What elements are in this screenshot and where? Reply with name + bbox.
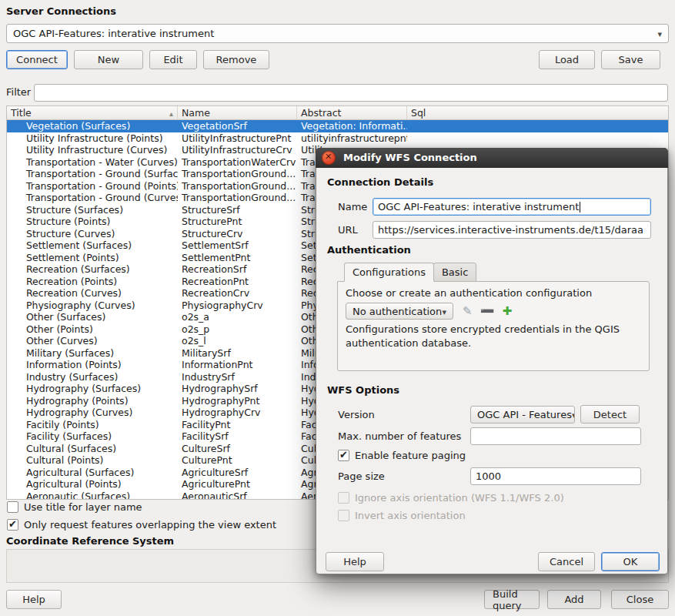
cell-title: Recreation (Points) [7, 276, 178, 288]
cell-title: Facitily (Points) [7, 419, 178, 431]
cell-name: IndustrySrf [178, 371, 297, 383]
url-input[interactable]: https://services.interactive-instruments… [373, 221, 651, 239]
tab-basic[interactable]: Basic [433, 263, 476, 282]
cell-name: SettlementSrf [178, 239, 297, 252]
wfs-options-heading: WFS Options [327, 384, 399, 396]
checkbox-label: Enable feature paging [355, 450, 466, 461]
cell-name: HydrographySrf [178, 383, 297, 395]
tab-configurations[interactable]: Configurations [344, 263, 434, 282]
column-header-title[interactable]: Title [7, 106, 178, 119]
text-cursor [580, 202, 580, 213]
table-row[interactable]: Vegetation (Surfaces)VegetationSrfVegeta… [7, 120, 668, 132]
connection-select[interactable]: OGC API-Features: interative instrument [6, 24, 669, 43]
add-config-icon[interactable]: ✚ [498, 303, 516, 320]
edit-button[interactable]: Edit [149, 50, 197, 69]
dialog-help-button[interactable]: Help [326, 552, 384, 571]
url-input-value: https://services.interactive-instruments… [378, 224, 643, 236]
detect-button[interactable]: Detect [580, 405, 640, 424]
modify-wfs-connection-dialog: Modify WFS Connection Connection Details… [316, 148, 668, 574]
connection-select-value: OGC API-Features: interative instrument [13, 28, 214, 39]
use-title-checkbox[interactable]: Use title for layer name [7, 501, 142, 513]
cell-title: Hydrography (Points) [7, 395, 178, 407]
auth-configurations-panel: Choose or create an authentication confi… [337, 281, 650, 371]
close-icon[interactable] [322, 151, 336, 165]
cell-title: Other (Points) [7, 323, 178, 336]
cell-abstract: utilityinfrastructurepnt [297, 132, 407, 145]
add-button[interactable]: Add [547, 590, 601, 609]
enable-paging-checkbox[interactable]: Enable feature paging [338, 450, 466, 461]
cell-title: Cultural (Surfaces) [7, 443, 178, 455]
cell-sql [407, 132, 668, 145]
cell-name: CulturePnt [178, 454, 297, 467]
ignore-axis-checkbox: Ignore axis orientation (WFS 1.1/WFS 2.0… [338, 492, 564, 504]
overlap-extent-checkbox[interactable]: Only request features overlapping the vi… [7, 519, 276, 531]
cell-name: InformationPnt [178, 359, 297, 371]
name-label: Name [338, 198, 367, 216]
cell-name: TransportationGround... [178, 168, 297, 180]
cell-name: HydrographyCrv [178, 407, 297, 419]
connection-details-heading: Connection Details [327, 176, 433, 188]
cell-title: Industry (Surfaces) [7, 371, 178, 383]
remove-config-icon[interactable]: ➖ [478, 303, 496, 320]
cell-name: TransportationGround... [178, 180, 297, 192]
cell-title: Hydrography (Curves) [7, 407, 178, 419]
table-row[interactable]: Utility Infrastructure (Points)UtilityIn… [7, 132, 668, 145]
column-header-abstract[interactable]: Abstract [297, 106, 407, 119]
save-button[interactable]: Save [601, 50, 660, 69]
auth-config-select[interactable]: No authentication [346, 303, 453, 320]
checkbox-label: Use title for layer name [24, 501, 142, 513]
checkbox-box [338, 492, 349, 504]
cell-name: FacilitySrf [178, 430, 297, 443]
help-button[interactable]: Help [6, 590, 62, 609]
cell-name: SettlementPnt [178, 252, 297, 264]
checkbox-box [338, 450, 349, 461]
connect-button[interactable]: Connect [6, 50, 68, 69]
cell-abstract: Vegetation: Informati... [297, 120, 407, 132]
cell-title: Recreation (Surfaces) [7, 263, 178, 276]
build-query-button[interactable]: Build query [484, 590, 540, 609]
cell-name: AgriculturePnt [178, 478, 297, 490]
filter-input[interactable] [34, 84, 668, 102]
crs-heading: Coordinate Reference System [6, 535, 174, 547]
cell-name: RecreationSrf [178, 263, 297, 276]
cancel-button[interactable]: Cancel [538, 552, 595, 571]
max-features-input[interactable] [470, 427, 641, 445]
load-button[interactable]: Load [539, 50, 595, 69]
cell-title: Vegetation (Surfaces) [7, 120, 178, 132]
cell-name: MilitarySrf [178, 347, 297, 360]
remove-button[interactable]: Remove [203, 50, 269, 69]
edit-config-icon[interactable]: ✎ [458, 303, 476, 320]
cell-title: Aeronautic (Surfaces) [7, 490, 178, 500]
cell-title: Agricultural (Points) [7, 478, 178, 490]
column-header-sql[interactable]: Sql [407, 106, 668, 119]
column-header-title-label: Title [11, 107, 32, 119]
authentication-heading: Authentication [327, 244, 411, 256]
sort-icon [169, 107, 173, 119]
ok-button[interactable]: OK [601, 552, 660, 571]
column-header-name[interactable]: Name [178, 106, 297, 119]
name-input-value: OGC API-Features: interative instrument [378, 201, 579, 213]
cell-name: CultureSrf [178, 443, 297, 455]
cell-name: StructureSrf [178, 204, 297, 216]
invert-axis-checkbox: Invert axis orientation [338, 510, 466, 521]
checkbox-box [338, 510, 349, 521]
table-header: Title Name Abstract Sql [7, 106, 668, 120]
cell-title: Facility (Surfaces) [7, 430, 178, 443]
cell-name: TransportationWaterCrv [178, 156, 297, 169]
cell-name: TransportationGround... [178, 192, 297, 204]
dialog-titlebar[interactable]: Modify WFS Connection [316, 148, 668, 168]
name-input[interactable]: OGC API-Features: interative instrument [373, 198, 651, 216]
auth-config-select-value: No authentication [353, 306, 442, 317]
new-button[interactable]: New [74, 50, 143, 69]
cell-name: o2s_a [178, 311, 297, 323]
server-connections-window: Server Connections OGC API-Features: int… [0, 0, 675, 616]
close-button[interactable]: Close [611, 590, 669, 609]
cell-name: o2s_p [178, 323, 297, 336]
page-size-input[interactable] [470, 467, 641, 485]
cell-name: PhysiographyCrv [178, 300, 297, 312]
cell-name: RecreationCrv [178, 287, 297, 300]
cell-name: AgricultureSrf [178, 467, 297, 479]
version-select[interactable]: OGC API - Features [470, 406, 575, 424]
cell-name: FacilityPnt [178, 419, 297, 431]
cell-title: Physiography (Curves) [7, 300, 178, 312]
